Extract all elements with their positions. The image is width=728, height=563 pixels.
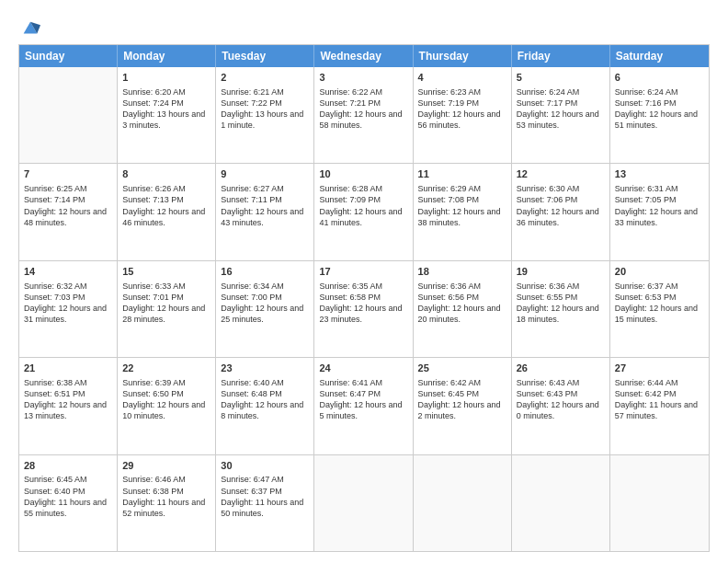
cell-info: Sunrise: 6:28 AMSunset: 7:09 PMDaylight:… (319, 183, 407, 228)
calendar-cell: 17Sunrise: 6:35 AMSunset: 6:58 PMDayligh… (314, 261, 413, 357)
cell-info: Sunrise: 6:38 AMSunset: 6:51 PMDaylight:… (24, 377, 112, 422)
day-number: 15 (122, 265, 210, 279)
cell-info: Sunrise: 6:24 AMSunset: 7:16 PMDaylight:… (615, 86, 704, 132)
day-number: 20 (615, 265, 704, 279)
page: SundayMondayTuesdayWednesdayThursdayFrid… (0, 0, 728, 563)
cell-info: Sunrise: 6:23 AMSunset: 7:19 PMDaylight:… (418, 86, 506, 132)
cell-info: Sunrise: 6:33 AMSunset: 7:01 PMDaylight:… (122, 281, 210, 326)
calendar: SundayMondayTuesdayWednesdayThursdayFrid… (18, 44, 710, 552)
cell-info: Sunrise: 6:30 AMSunset: 7:06 PMDaylight:… (517, 183, 605, 228)
cell-info: Sunrise: 6:45 AMSunset: 6:40 PMDaylight:… (24, 474, 112, 519)
calendar-cell: 3Sunrise: 6:22 AMSunset: 7:21 PMDaylight… (314, 67, 413, 163)
calendar-cell: 27Sunrise: 6:44 AMSunset: 6:42 PMDayligh… (610, 358, 709, 454)
calendar-body: 1Sunrise: 6:20 AMSunset: 7:24 PMDaylight… (19, 67, 709, 551)
day-number: 12 (517, 167, 605, 181)
day-number: 14 (24, 265, 112, 279)
calendar-cell: 24Sunrise: 6:41 AMSunset: 6:47 PMDayligh… (314, 358, 413, 454)
cell-info: Sunrise: 6:31 AMSunset: 7:05 PMDaylight:… (615, 183, 704, 228)
day-number: 18 (418, 265, 506, 279)
calendar-cell (414, 455, 512, 551)
day-number: 19 (517, 265, 605, 279)
weekday-header: Wednesday (314, 45, 413, 67)
day-number: 17 (319, 265, 407, 279)
calendar-header: SundayMondayTuesdayWednesdayThursdayFrid… (19, 45, 709, 67)
cell-info: Sunrise: 6:27 AMSunset: 7:11 PMDaylight:… (221, 183, 309, 228)
day-number: 9 (221, 167, 309, 181)
weekday-header: Sunday (19, 45, 118, 67)
cell-info: Sunrise: 6:24 AMSunset: 7:17 PMDaylight:… (517, 86, 605, 132)
cell-info: Sunrise: 6:41 AMSunset: 6:47 PMDaylight:… (319, 377, 407, 422)
calendar-cell: 11Sunrise: 6:29 AMSunset: 7:08 PMDayligh… (414, 164, 512, 259)
day-number: 24 (319, 362, 407, 375)
cell-info: Sunrise: 6:25 AMSunset: 7:14 PMDaylight:… (24, 183, 112, 228)
weekday-header: Thursday (414, 45, 512, 67)
calendar-row: 7Sunrise: 6:25 AMSunset: 7:14 PMDaylight… (19, 163, 709, 259)
day-number: 21 (24, 362, 112, 375)
calendar-cell (610, 455, 709, 551)
calendar-cell: 15Sunrise: 6:33 AMSunset: 7:01 PMDayligh… (118, 261, 216, 357)
calendar-cell: 7Sunrise: 6:25 AMSunset: 7:14 PMDaylight… (19, 164, 118, 259)
cell-info: Sunrise: 6:43 AMSunset: 6:43 PMDaylight:… (517, 377, 605, 422)
cell-info: Sunrise: 6:34 AMSunset: 7:00 PMDaylight:… (221, 281, 309, 326)
cell-info: Sunrise: 6:20 AMSunset: 7:24 PMDaylight:… (122, 86, 210, 132)
weekday-header: Tuesday (216, 45, 314, 67)
calendar-cell: 14Sunrise: 6:32 AMSunset: 7:03 PMDayligh… (19, 261, 118, 357)
cell-info: Sunrise: 6:29 AMSunset: 7:08 PMDaylight:… (418, 183, 506, 228)
logo-icon (20, 18, 40, 39)
calendar-cell: 16Sunrise: 6:34 AMSunset: 7:00 PMDayligh… (216, 261, 314, 357)
calendar-cell: 26Sunrise: 6:43 AMSunset: 6:43 PMDayligh… (512, 358, 610, 454)
day-number: 26 (517, 362, 605, 375)
calendar-cell: 30Sunrise: 6:47 AMSunset: 6:37 PMDayligh… (216, 455, 314, 551)
cell-info: Sunrise: 6:26 AMSunset: 7:13 PMDaylight:… (122, 183, 210, 228)
cell-info: Sunrise: 6:36 AMSunset: 6:55 PMDaylight:… (517, 281, 605, 326)
calendar-cell: 25Sunrise: 6:42 AMSunset: 6:45 PMDayligh… (414, 358, 512, 454)
day-number: 27 (615, 362, 704, 375)
logo (18, 18, 40, 35)
day-number: 29 (122, 459, 210, 473)
calendar-row: 1Sunrise: 6:20 AMSunset: 7:24 PMDaylight… (19, 67, 709, 163)
calendar-cell: 9Sunrise: 6:27 AMSunset: 7:11 PMDaylight… (216, 164, 314, 259)
calendar-cell: 21Sunrise: 6:38 AMSunset: 6:51 PMDayligh… (19, 358, 118, 454)
calendar-cell: 2Sunrise: 6:21 AMSunset: 7:22 PMDaylight… (216, 67, 314, 163)
day-number: 16 (221, 265, 309, 279)
cell-info: Sunrise: 6:44 AMSunset: 6:42 PMDaylight:… (615, 377, 704, 422)
day-number: 25 (418, 362, 506, 375)
calendar-row: 14Sunrise: 6:32 AMSunset: 7:03 PMDayligh… (19, 260, 709, 357)
day-number: 5 (517, 71, 605, 85)
calendar-cell: 19Sunrise: 6:36 AMSunset: 6:55 PMDayligh… (512, 261, 610, 357)
cell-info: Sunrise: 6:21 AMSunset: 7:22 PMDaylight:… (221, 86, 309, 132)
calendar-cell: 20Sunrise: 6:37 AMSunset: 6:53 PMDayligh… (610, 261, 709, 357)
calendar-cell: 18Sunrise: 6:36 AMSunset: 6:56 PMDayligh… (414, 261, 512, 357)
day-number: 2 (221, 71, 309, 85)
day-number: 4 (418, 71, 506, 85)
calendar-row: 28Sunrise: 6:45 AMSunset: 6:40 PMDayligh… (19, 454, 709, 551)
calendar-cell: 5Sunrise: 6:24 AMSunset: 7:17 PMDaylight… (512, 67, 610, 163)
cell-info: Sunrise: 6:22 AMSunset: 7:21 PMDaylight:… (319, 86, 407, 132)
day-number: 23 (221, 362, 309, 375)
day-number: 10 (319, 167, 407, 181)
calendar-cell: 13Sunrise: 6:31 AMSunset: 7:05 PMDayligh… (610, 164, 709, 259)
weekday-header: Friday (512, 45, 610, 67)
day-number: 7 (24, 167, 112, 181)
day-number: 11 (418, 167, 506, 181)
cell-info: Sunrise: 6:37 AMSunset: 6:53 PMDaylight:… (615, 281, 704, 326)
day-number: 6 (615, 71, 704, 85)
calendar-cell: 23Sunrise: 6:40 AMSunset: 6:48 PMDayligh… (216, 358, 314, 454)
day-number: 3 (319, 71, 407, 85)
day-number: 1 (122, 71, 210, 85)
calendar-cell: 22Sunrise: 6:39 AMSunset: 6:50 PMDayligh… (118, 358, 216, 454)
day-number: 28 (24, 459, 112, 473)
calendar-cell: 12Sunrise: 6:30 AMSunset: 7:06 PMDayligh… (512, 164, 610, 259)
day-number: 8 (122, 167, 210, 181)
header (18, 15, 710, 35)
calendar-cell (512, 455, 610, 551)
weekday-header: Saturday (610, 45, 709, 67)
calendar-cell: 28Sunrise: 6:45 AMSunset: 6:40 PMDayligh… (19, 455, 118, 551)
calendar-cell: 6Sunrise: 6:24 AMSunset: 7:16 PMDaylight… (610, 67, 709, 163)
calendar-cell (314, 455, 413, 551)
cell-info: Sunrise: 6:32 AMSunset: 7:03 PMDaylight:… (24, 281, 112, 326)
calendar-cell: 8Sunrise: 6:26 AMSunset: 7:13 PMDaylight… (118, 164, 216, 259)
calendar-cell: 29Sunrise: 6:46 AMSunset: 6:38 PMDayligh… (118, 455, 216, 551)
day-number: 22 (122, 362, 210, 375)
cell-info: Sunrise: 6:42 AMSunset: 6:45 PMDaylight:… (418, 377, 506, 422)
